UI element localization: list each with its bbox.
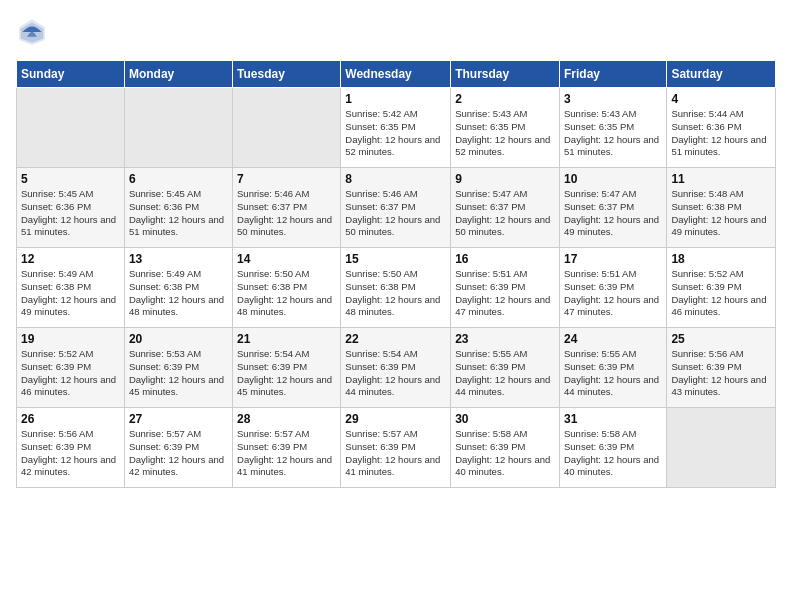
day-info: Sunrise: 5:56 AMSunset: 6:39 PMDaylight:… [671, 348, 771, 399]
day-cell: 27Sunrise: 5:57 AMSunset: 6:39 PMDayligh… [124, 408, 232, 488]
day-number: 30 [455, 412, 555, 426]
day-info: Sunrise: 5:46 AMSunset: 6:37 PMDaylight:… [345, 188, 446, 239]
day-cell: 14Sunrise: 5:50 AMSunset: 6:38 PMDayligh… [233, 248, 341, 328]
day-info: Sunrise: 5:58 AMSunset: 6:39 PMDaylight:… [455, 428, 555, 479]
day-number: 21 [237, 332, 336, 346]
day-cell: 26Sunrise: 5:56 AMSunset: 6:39 PMDayligh… [17, 408, 125, 488]
day-info: Sunrise: 5:55 AMSunset: 6:39 PMDaylight:… [455, 348, 555, 399]
day-cell: 1Sunrise: 5:42 AMSunset: 6:35 PMDaylight… [341, 88, 451, 168]
weekday-header-row: SundayMondayTuesdayWednesdayThursdayFrid… [17, 61, 776, 88]
weekday-header-sunday: Sunday [17, 61, 125, 88]
day-number: 18 [671, 252, 771, 266]
day-info: Sunrise: 5:47 AMSunset: 6:37 PMDaylight:… [564, 188, 662, 239]
day-cell: 11Sunrise: 5:48 AMSunset: 6:38 PMDayligh… [667, 168, 776, 248]
day-info: Sunrise: 5:54 AMSunset: 6:39 PMDaylight:… [237, 348, 336, 399]
day-info: Sunrise: 5:46 AMSunset: 6:37 PMDaylight:… [237, 188, 336, 239]
week-row-1: 1Sunrise: 5:42 AMSunset: 6:35 PMDaylight… [17, 88, 776, 168]
day-number: 27 [129, 412, 228, 426]
day-cell: 29Sunrise: 5:57 AMSunset: 6:39 PMDayligh… [341, 408, 451, 488]
weekday-header-thursday: Thursday [451, 61, 560, 88]
day-info: Sunrise: 5:48 AMSunset: 6:38 PMDaylight:… [671, 188, 771, 239]
week-row-5: 26Sunrise: 5:56 AMSunset: 6:39 PMDayligh… [17, 408, 776, 488]
day-info: Sunrise: 5:52 AMSunset: 6:39 PMDaylight:… [21, 348, 120, 399]
day-cell: 10Sunrise: 5:47 AMSunset: 6:37 PMDayligh… [559, 168, 666, 248]
day-info: Sunrise: 5:53 AMSunset: 6:39 PMDaylight:… [129, 348, 228, 399]
day-cell: 23Sunrise: 5:55 AMSunset: 6:39 PMDayligh… [451, 328, 560, 408]
day-cell: 20Sunrise: 5:53 AMSunset: 6:39 PMDayligh… [124, 328, 232, 408]
day-number: 28 [237, 412, 336, 426]
day-number: 23 [455, 332, 555, 346]
day-cell: 3Sunrise: 5:43 AMSunset: 6:35 PMDaylight… [559, 88, 666, 168]
day-cell: 12Sunrise: 5:49 AMSunset: 6:38 PMDayligh… [17, 248, 125, 328]
day-info: Sunrise: 5:45 AMSunset: 6:36 PMDaylight:… [129, 188, 228, 239]
day-info: Sunrise: 5:58 AMSunset: 6:39 PMDaylight:… [564, 428, 662, 479]
calendar-table: SundayMondayTuesdayWednesdayThursdayFrid… [16, 60, 776, 488]
day-number: 26 [21, 412, 120, 426]
day-info: Sunrise: 5:52 AMSunset: 6:39 PMDaylight:… [671, 268, 771, 319]
day-info: Sunrise: 5:57 AMSunset: 6:39 PMDaylight:… [129, 428, 228, 479]
day-number: 24 [564, 332, 662, 346]
day-cell: 6Sunrise: 5:45 AMSunset: 6:36 PMDaylight… [124, 168, 232, 248]
day-number: 17 [564, 252, 662, 266]
day-number: 12 [21, 252, 120, 266]
day-number: 14 [237, 252, 336, 266]
week-row-4: 19Sunrise: 5:52 AMSunset: 6:39 PMDayligh… [17, 328, 776, 408]
day-info: Sunrise: 5:49 AMSunset: 6:38 PMDaylight:… [21, 268, 120, 319]
day-info: Sunrise: 5:42 AMSunset: 6:35 PMDaylight:… [345, 108, 446, 159]
page-header [16, 16, 776, 48]
day-cell: 25Sunrise: 5:56 AMSunset: 6:39 PMDayligh… [667, 328, 776, 408]
day-info: Sunrise: 5:56 AMSunset: 6:39 PMDaylight:… [21, 428, 120, 479]
day-info: Sunrise: 5:50 AMSunset: 6:38 PMDaylight:… [237, 268, 336, 319]
day-number: 1 [345, 92, 446, 106]
day-number: 7 [237, 172, 336, 186]
day-number: 8 [345, 172, 446, 186]
day-info: Sunrise: 5:44 AMSunset: 6:36 PMDaylight:… [671, 108, 771, 159]
day-number: 6 [129, 172, 228, 186]
day-info: Sunrise: 5:51 AMSunset: 6:39 PMDaylight:… [564, 268, 662, 319]
day-cell: 7Sunrise: 5:46 AMSunset: 6:37 PMDaylight… [233, 168, 341, 248]
day-info: Sunrise: 5:54 AMSunset: 6:39 PMDaylight:… [345, 348, 446, 399]
day-number: 19 [21, 332, 120, 346]
day-info: Sunrise: 5:57 AMSunset: 6:39 PMDaylight:… [345, 428, 446, 479]
day-info: Sunrise: 5:45 AMSunset: 6:36 PMDaylight:… [21, 188, 120, 239]
week-row-3: 12Sunrise: 5:49 AMSunset: 6:38 PMDayligh… [17, 248, 776, 328]
day-cell: 13Sunrise: 5:49 AMSunset: 6:38 PMDayligh… [124, 248, 232, 328]
day-number: 11 [671, 172, 771, 186]
day-cell: 22Sunrise: 5:54 AMSunset: 6:39 PMDayligh… [341, 328, 451, 408]
day-number: 4 [671, 92, 771, 106]
day-info: Sunrise: 5:57 AMSunset: 6:39 PMDaylight:… [237, 428, 336, 479]
weekday-header-monday: Monday [124, 61, 232, 88]
logo [16, 16, 52, 48]
day-cell: 31Sunrise: 5:58 AMSunset: 6:39 PMDayligh… [559, 408, 666, 488]
day-cell: 19Sunrise: 5:52 AMSunset: 6:39 PMDayligh… [17, 328, 125, 408]
weekday-header-tuesday: Tuesday [233, 61, 341, 88]
day-number: 31 [564, 412, 662, 426]
day-cell: 17Sunrise: 5:51 AMSunset: 6:39 PMDayligh… [559, 248, 666, 328]
week-row-2: 5Sunrise: 5:45 AMSunset: 6:36 PMDaylight… [17, 168, 776, 248]
day-cell: 28Sunrise: 5:57 AMSunset: 6:39 PMDayligh… [233, 408, 341, 488]
day-number: 13 [129, 252, 228, 266]
day-info: Sunrise: 5:50 AMSunset: 6:38 PMDaylight:… [345, 268, 446, 319]
day-info: Sunrise: 5:49 AMSunset: 6:38 PMDaylight:… [129, 268, 228, 319]
day-number: 20 [129, 332, 228, 346]
day-cell: 15Sunrise: 5:50 AMSunset: 6:38 PMDayligh… [341, 248, 451, 328]
logo-icon [16, 16, 48, 48]
day-cell [233, 88, 341, 168]
day-number: 29 [345, 412, 446, 426]
weekday-header-wednesday: Wednesday [341, 61, 451, 88]
day-cell [17, 88, 125, 168]
day-number: 15 [345, 252, 446, 266]
day-cell [667, 408, 776, 488]
day-cell [124, 88, 232, 168]
day-cell: 4Sunrise: 5:44 AMSunset: 6:36 PMDaylight… [667, 88, 776, 168]
day-cell: 8Sunrise: 5:46 AMSunset: 6:37 PMDaylight… [341, 168, 451, 248]
day-number: 10 [564, 172, 662, 186]
day-number: 2 [455, 92, 555, 106]
weekday-header-friday: Friday [559, 61, 666, 88]
day-cell: 30Sunrise: 5:58 AMSunset: 6:39 PMDayligh… [451, 408, 560, 488]
day-cell: 2Sunrise: 5:43 AMSunset: 6:35 PMDaylight… [451, 88, 560, 168]
day-cell: 24Sunrise: 5:55 AMSunset: 6:39 PMDayligh… [559, 328, 666, 408]
day-number: 22 [345, 332, 446, 346]
day-cell: 21Sunrise: 5:54 AMSunset: 6:39 PMDayligh… [233, 328, 341, 408]
day-info: Sunrise: 5:43 AMSunset: 6:35 PMDaylight:… [455, 108, 555, 159]
